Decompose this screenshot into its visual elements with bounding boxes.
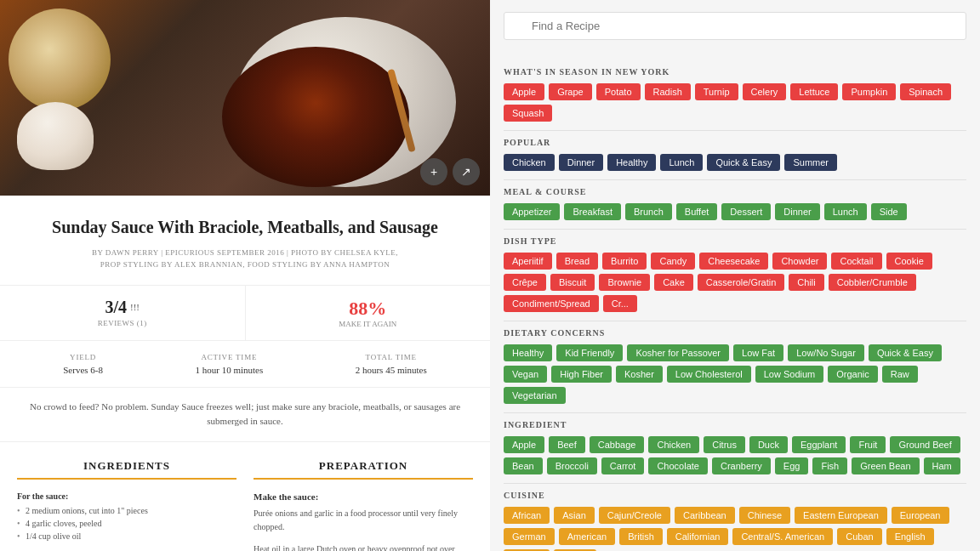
tag-carrot[interactable]: Carrot: [601, 457, 645, 474]
tag-dinner[interactable]: Dinner: [559, 154, 603, 171]
tag-cake[interactable]: Cake: [654, 274, 693, 291]
tag-chowder[interactable]: Chowder: [772, 253, 827, 270]
tag-central-s--american[interactable]: Central/S. American: [732, 528, 833, 545]
tag-cheesecake[interactable]: Cheesecake: [699, 253, 768, 270]
tag-californian[interactable]: Californian: [667, 528, 729, 545]
tag-high-fiber[interactable]: High Fiber: [551, 366, 612, 383]
tag-burrito[interactable]: Burrito: [602, 253, 647, 270]
ingredient-header: INGREDIENT: [504, 420, 966, 429]
tag-caribbean[interactable]: Caribbean: [675, 507, 735, 524]
tag-kid-friendly[interactable]: Kid Friendly: [556, 344, 623, 361]
tag-dinner[interactable]: Dinner: [775, 203, 819, 220]
tag-healthy[interactable]: Healthy: [607, 154, 656, 171]
tag-broccoli[interactable]: Broccoli: [547, 457, 597, 474]
tag-cr-pe[interactable]: Crêpe: [504, 274, 546, 291]
tag-bread[interactable]: Bread: [556, 253, 598, 270]
tag-low-sodium[interactable]: Low Sodium: [755, 366, 824, 383]
tag-squash[interactable]: Squash: [504, 105, 552, 122]
tag-ground-beef[interactable]: Ground Beef: [890, 436, 960, 453]
tag-chocolate[interactable]: Chocolate: [648, 457, 708, 474]
tag-low-no-sugar[interactable]: Low/No Sugar: [788, 344, 864, 361]
tag-chicken[interactable]: Chicken: [648, 436, 699, 453]
ingredient-tags: AppleBeefCabbageChickenCitrusDuckEggplan…: [504, 436, 966, 474]
search-input[interactable]: [504, 12, 966, 40]
tag-african[interactable]: African: [504, 507, 550, 524]
prep-text-1: Purée onions and garlic in a food proces…: [254, 507, 473, 534]
tag-turnip[interactable]: Turnip: [695, 83, 738, 100]
tag-lunch[interactable]: Lunch: [824, 203, 867, 220]
tag-side[interactable]: Side: [871, 203, 907, 220]
tag-celery[interactable]: Celery: [743, 83, 787, 100]
tag-radish[interactable]: Radish: [645, 83, 691, 100]
tag-cranberry[interactable]: Cranberry: [712, 457, 771, 474]
tag-aperiitif[interactable]: Aperiitif: [504, 253, 552, 270]
tag-cookie[interactable]: Cookie: [886, 253, 932, 270]
tag-lettuce[interactable]: Lettuce: [790, 83, 838, 100]
tag-chicken[interactable]: Chicken: [504, 154, 555, 171]
tag-low-cholesterol[interactable]: Low Cholesterol: [667, 366, 751, 383]
tag-apple[interactable]: Apple: [504, 436, 544, 453]
tag-eggplant[interactable]: Eggplant: [792, 436, 846, 453]
tag-potato[interactable]: Potato: [596, 83, 641, 100]
tag-biscuit[interactable]: Biscuit: [550, 274, 595, 291]
ingredient-group-label: For the sauce:: [17, 491, 236, 501]
tag-apple[interactable]: Apple: [504, 83, 544, 100]
tag-vegetarian[interactable]: Vegetarian: [504, 387, 566, 404]
tag-quick---easy[interactable]: Quick & Easy: [707, 154, 780, 171]
tag-grape[interactable]: Grape: [549, 83, 592, 100]
tag-organic[interactable]: Organic: [828, 366, 878, 383]
tag-healthy[interactable]: Healthy: [504, 344, 552, 361]
tag-european[interactable]: European: [892, 507, 949, 524]
tag-buffet[interactable]: Buffet: [676, 203, 718, 220]
tag-raw[interactable]: Raw: [882, 366, 918, 383]
meal-header: MEAL & COURSE: [504, 187, 966, 196]
tag-duck[interactable]: Duck: [749, 436, 788, 453]
season-header: WHAT'S IN SEASON IN NEW YORK: [504, 67, 966, 77]
tag-kosher-for-passover[interactable]: Kosher for Passover: [627, 344, 729, 361]
divider: [504, 483, 966, 484]
tag-lunch[interactable]: Lunch: [660, 154, 703, 171]
tag-american[interactable]: American: [559, 528, 615, 545]
tag-low-fat[interactable]: Low Fat: [733, 344, 783, 361]
tag-candy[interactable]: Candy: [651, 253, 695, 270]
tag-eastern-european[interactable]: Eastern European: [795, 507, 887, 524]
tag-casserole-gratin[interactable]: Casserole/Gratin: [698, 274, 785, 291]
tag-condiment-spread[interactable]: Condiment/Spread: [504, 295, 599, 312]
share-button[interactable]: ↗: [453, 158, 480, 185]
tag-chinese[interactable]: Chinese: [739, 507, 790, 524]
tag-fish[interactable]: Fish: [812, 457, 847, 474]
tag-spinach[interactable]: Spinach: [900, 83, 951, 100]
tag-brunch[interactable]: Brunch: [625, 203, 672, 220]
divider: [504, 229, 966, 230]
tag-appetizer[interactable]: Appetizer: [504, 203, 560, 220]
tag-kosher[interactable]: Kosher: [616, 366, 663, 383]
tag-beef[interactable]: Beef: [549, 436, 585, 453]
tag-citrus[interactable]: Citrus: [704, 436, 745, 453]
tag-pumpkin[interactable]: Pumpkin: [842, 83, 896, 100]
tag-dessert[interactable]: Dessert: [721, 203, 771, 220]
tag-cocktail[interactable]: Cocktail: [831, 253, 881, 270]
add-button[interactable]: +: [420, 158, 447, 185]
recipe-description: No crowd to feed? No problem. Sunday Sau…: [0, 388, 490, 442]
tag-ham[interactable]: Ham: [924, 457, 960, 474]
tag-summer[interactable]: Summer: [784, 154, 837, 171]
tag-green-bean[interactable]: Green Bean: [852, 457, 919, 474]
tag-cr---[interactable]: Cr...: [603, 295, 637, 312]
tag-cajun-creole[interactable]: Cajun/Creole: [599, 507, 670, 524]
tag-fruit[interactable]: Fruit: [850, 436, 886, 453]
tag-german[interactable]: German: [504, 528, 555, 545]
tag-cobbler-crumble[interactable]: Cobbler/Crumble: [829, 274, 916, 291]
tag-chili[interactable]: Chili: [789, 274, 823, 291]
tag-brownie[interactable]: Brownie: [599, 274, 650, 291]
action-buttons: + ↗: [420, 158, 480, 185]
tag-cuban[interactable]: Cuban: [837, 528, 881, 545]
tag-breakfast[interactable]: Breakfast: [564, 203, 620, 220]
tag-british[interactable]: British: [619, 528, 663, 545]
tag-english[interactable]: English: [886, 528, 934, 545]
tag-bean[interactable]: Bean: [504, 457, 543, 474]
tag-quick---easy[interactable]: Quick & Easy: [869, 344, 942, 361]
tag-vegan[interactable]: Vegan: [504, 366, 547, 383]
tag-egg[interactable]: Egg: [775, 457, 809, 474]
tag-cabbage[interactable]: Cabbage: [590, 436, 645, 453]
tag-asian[interactable]: Asian: [554, 507, 595, 524]
